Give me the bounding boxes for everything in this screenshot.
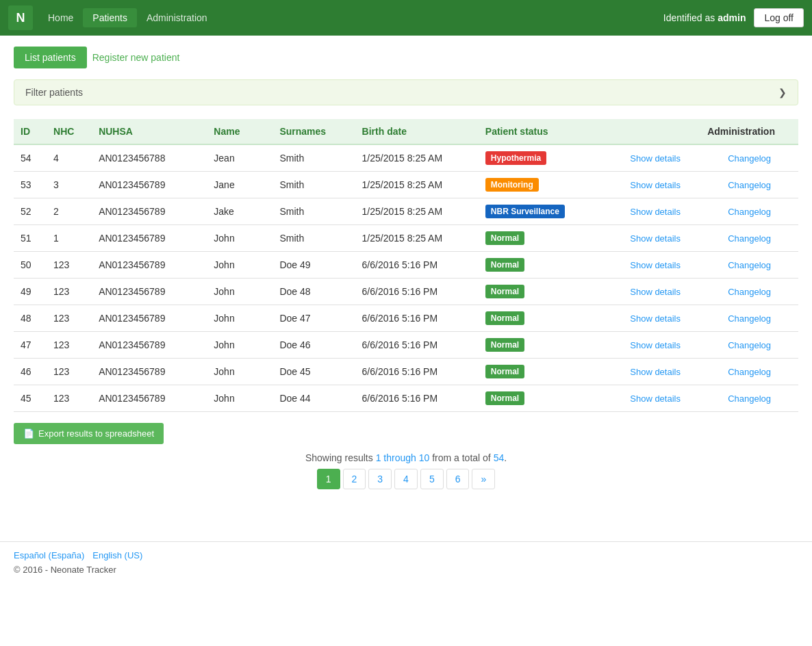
cell-showdetails: Show details [610, 385, 700, 412]
status-badge: Normal [485, 365, 524, 378]
changelog-link[interactable]: Changelog [728, 367, 771, 377]
page-button[interactable]: 5 [420, 469, 444, 489]
cell-status: Normal [479, 359, 610, 385]
cell-changelog: Changelog [700, 279, 798, 305]
changelog-link[interactable]: Changelog [728, 340, 771, 350]
nav-administration[interactable]: Administration [137, 8, 217, 27]
cell-changelog: Changelog [700, 198, 798, 225]
cell-changelog: Changelog [700, 225, 798, 252]
changelog-link[interactable]: Changelog [728, 180, 771, 190]
cell-status: Hypothermia [479, 144, 610, 172]
cell-nuhsa: AN0123456788 [92, 144, 207, 172]
changelog-link[interactable]: Changelog [728, 153, 771, 164]
cell-name: John [207, 279, 272, 305]
footer-links: Español (España)English (US) [14, 550, 798, 560]
sub-nav: List patients Register new patient [14, 47, 798, 68]
table-row: 51 1 AN0123456789 John Smith 1/25/2015 8… [14, 225, 798, 252]
cell-showdetails: Show details [610, 279, 700, 305]
page-button[interactable]: 6 [446, 469, 470, 489]
showing-suffix: from a total of [429, 452, 493, 463]
changelog-link[interactable]: Changelog [728, 393, 771, 404]
page-button[interactable]: 4 [394, 469, 418, 489]
cell-nuhsa: AN0123456789 [92, 172, 207, 198]
cell-nhc: 1 [47, 225, 92, 252]
changelog-link[interactable]: Changelog [728, 233, 771, 244]
show-details-link[interactable]: Show details [630, 287, 681, 297]
footer-link[interactable]: English (US) [92, 550, 142, 560]
cell-name: John [207, 359, 272, 385]
identified-label: Identified as admin [663, 12, 746, 23]
cell-changelog: Changelog [700, 305, 798, 332]
header-showdetails [610, 119, 700, 144]
cell-name: John [207, 252, 272, 279]
logoff-button[interactable]: Log off [754, 8, 804, 27]
show-details-link[interactable]: Show details [630, 367, 681, 377]
cell-showdetails: Show details [610, 225, 700, 252]
cell-nhc: 2 [47, 198, 92, 225]
header-nhc: NHC [47, 119, 92, 144]
table-row: 53 3 AN0123456789 Jane Smith 1/25/2015 8… [14, 172, 798, 198]
filter-bar[interactable]: Filter patients ❯ [14, 79, 798, 105]
footer-link[interactable]: Español (España) [14, 550, 84, 560]
cell-changelog: Changelog [700, 144, 798, 172]
cell-changelog: Changelog [700, 172, 798, 198]
cell-status: Normal [479, 332, 610, 359]
cell-surnames: Doe 47 [272, 305, 355, 332]
page-button[interactable]: 3 [368, 469, 392, 489]
page-button[interactable]: » [472, 469, 495, 489]
nav-home[interactable]: Home [38, 8, 83, 27]
cell-surnames: Doe 48 [272, 279, 355, 305]
navbar-right: Identified as admin Log off [663, 8, 804, 27]
cell-status: Normal [479, 305, 610, 332]
cell-birthdate: 1/25/2015 8:25 AM [355, 198, 479, 225]
filter-chevron-icon: ❯ [778, 87, 787, 98]
register-patient-link[interactable]: Register new patient [92, 52, 180, 63]
show-details-link[interactable]: Show details [630, 233, 681, 244]
table-row: 50 123 AN0123456789 John Doe 49 6/6/2016… [14, 252, 798, 279]
cell-surnames: Smith [272, 198, 355, 225]
cell-status: Normal [479, 252, 610, 279]
cell-birthdate: 6/6/2016 5:16 PM [355, 359, 479, 385]
show-details-link[interactable]: Show details [630, 393, 681, 404]
table-row: 45 123 AN0123456789 John Doe 44 6/6/2016… [14, 385, 798, 412]
cell-nhc: 123 [47, 305, 92, 332]
changelog-link[interactable]: Changelog [728, 207, 771, 217]
changelog-link[interactable]: Changelog [728, 287, 771, 297]
show-details-link[interactable]: Show details [630, 180, 681, 190]
admin-name: admin [718, 12, 746, 23]
header-id: ID [14, 119, 47, 144]
table-row: 46 123 AN0123456789 John Doe 45 6/6/2016… [14, 359, 798, 385]
spreadsheet-icon: 📄 [23, 428, 34, 439]
status-badge: NBR Surveillance [485, 205, 565, 218]
showing-prefix: Showing results [305, 452, 376, 463]
export-button[interactable]: 📄 Export results to spreadsheet [14, 423, 164, 444]
cell-surnames: Smith [272, 172, 355, 198]
header-surnames: Surnames [272, 119, 355, 144]
show-details-link[interactable]: Show details [630, 313, 681, 324]
cell-changelog: Changelog [700, 252, 798, 279]
changelog-link[interactable]: Changelog [728, 260, 771, 270]
cell-name: Jake [207, 198, 272, 225]
status-badge: Normal [485, 338, 524, 352]
cell-nuhsa: AN0123456789 [92, 332, 207, 359]
cell-birthdate: 6/6/2016 5:16 PM [355, 279, 479, 305]
changelog-link[interactable]: Changelog [728, 313, 771, 324]
show-details-link[interactable]: Show details [630, 153, 681, 164]
nav-patients[interactable]: Patients [83, 8, 137, 27]
show-details-link[interactable]: Show details [630, 260, 681, 270]
page-button[interactable]: 2 [343, 469, 366, 489]
show-details-link[interactable]: Show details [630, 340, 681, 350]
cell-id: 50 [14, 252, 47, 279]
cell-nuhsa: AN0123456789 [92, 279, 207, 305]
show-details-link[interactable]: Show details [630, 207, 681, 217]
cell-status: Normal [479, 385, 610, 412]
page-button[interactable]: 1 [317, 469, 340, 489]
filter-label: Filter patients [25, 87, 83, 98]
cell-nuhsa: AN0123456789 [92, 252, 207, 279]
cell-surnames: Smith [272, 225, 355, 252]
list-patients-button[interactable]: List patients [14, 47, 87, 68]
footer: Español (España)English (US) © 2016 - Ne… [0, 542, 812, 583]
total-link[interactable]: 54 [494, 452, 505, 463]
showing-range-link[interactable]: 1 through 10 [376, 452, 430, 463]
cell-status: Monitoring [479, 172, 610, 198]
